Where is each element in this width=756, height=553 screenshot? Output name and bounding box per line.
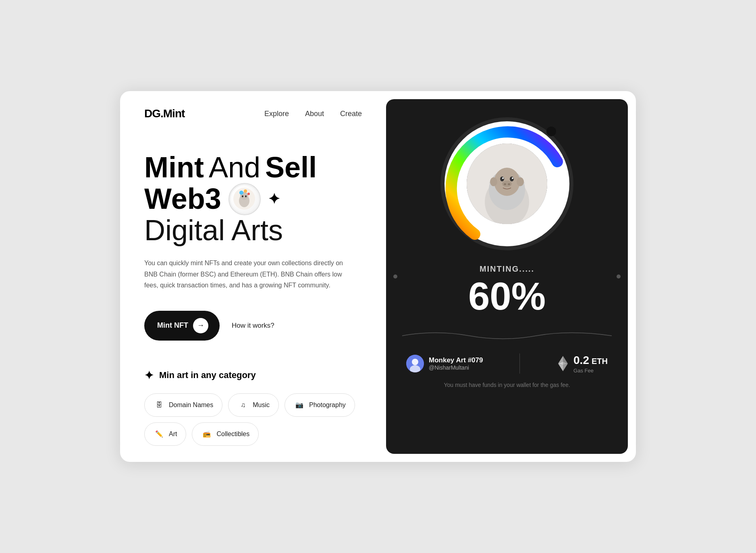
monkey-image <box>467 143 547 224</box>
collectibles-label: Collectibles <box>216 430 249 438</box>
how-it-works-button[interactable]: How it works? <box>232 322 274 330</box>
wave-divider <box>402 328 612 345</box>
svg-point-19 <box>502 181 512 187</box>
dot-right-mid <box>617 274 621 279</box>
dot-top <box>393 274 397 279</box>
svg-point-15 <box>500 177 504 181</box>
collectibles-icon: 📻 <box>201 428 212 440</box>
eth-info: 0.2 ETH Gas Fee <box>557 354 608 374</box>
nft-info: Monkey Art #079 @NisharMultani <box>406 355 483 372</box>
eth-amount-block: 0.2 ETH Gas Fee <box>573 354 608 374</box>
svg-point-4 <box>244 189 247 193</box>
nav-about[interactable]: About <box>305 110 324 118</box>
hero-digital-arts: Digital Arts <box>144 214 283 246</box>
hero-title: Mint And Sell Web3 <box>144 152 362 245</box>
star-decoration: ✦ <box>268 191 280 207</box>
nft-badge <box>228 183 261 215</box>
svg-point-6 <box>242 195 243 198</box>
pill-photography[interactable]: 📷 Photography <box>285 393 355 417</box>
left-dots <box>393 274 397 279</box>
minting-percent: 60% <box>468 277 546 316</box>
nft-avatar <box>406 355 424 372</box>
right-dot <box>617 274 621 279</box>
category-header: ✦ Min art in any category <box>144 369 362 382</box>
domain-names-icon: 🗄 <box>154 399 165 411</box>
art-label: Art <box>169 430 177 438</box>
hero-and: And <box>209 152 260 183</box>
art-icon: ✏️ <box>154 428 165 440</box>
nft-handle: @NisharMultani <box>429 364 483 371</box>
wave-svg <box>402 328 612 344</box>
categories-section: ✦ Min art in any category 🗄 Domain Names… <box>144 369 362 446</box>
svg-point-23 <box>517 177 524 186</box>
eth-unit: ETH <box>592 357 608 366</box>
left-panel: DG.Mint Explore About Create Mint And Se… <box>120 91 386 462</box>
nft-text-info: Monkey Art #079 @NisharMultani <box>429 356 483 371</box>
photography-label: Photography <box>309 401 346 409</box>
music-icon: ♫ <box>237 399 249 411</box>
pill-collectibles[interactable]: 📻 Collectibles <box>192 422 259 446</box>
pill-music[interactable]: ♫ Music <box>228 393 279 417</box>
hero-sell: Sell <box>265 152 317 183</box>
svg-point-20 <box>504 183 506 185</box>
ethereum-logo <box>557 357 569 370</box>
nav: DG.Mint Explore About Create <box>144 107 362 120</box>
pill-domain-names[interactable]: 🗄 Domain Names <box>144 393 222 417</box>
svg-point-17 <box>502 177 504 179</box>
wallet-note: You must have funds in your wallet for t… <box>444 382 570 388</box>
music-label: Music <box>253 401 270 409</box>
arrow-icon: → <box>197 321 204 330</box>
bottom-info: Monkey Art #079 @NisharMultani <box>402 353 612 374</box>
mint-nft-label: Mint NFT <box>157 321 188 330</box>
svg-point-7 <box>245 195 247 198</box>
nav-explore[interactable]: Explore <box>264 110 289 118</box>
ring-container <box>438 115 575 252</box>
svg-point-21 <box>508 183 510 185</box>
minting-label: MINTING..... <box>480 264 534 274</box>
nft-art-icon <box>233 188 255 210</box>
nav-create[interactable]: Create <box>340 110 362 118</box>
eth-logo-svg <box>558 356 568 371</box>
domain-names-label: Domain Names <box>169 401 213 409</box>
hero-description: You can quickly mint NFTs and create you… <box>144 258 354 291</box>
svg-point-5 <box>247 193 250 195</box>
arrow-circle: → <box>193 318 208 333</box>
photography-icon: 📷 <box>294 399 305 411</box>
gas-fee-label: Gas Fee <box>573 368 608 374</box>
hero-mint: Mint <box>144 152 204 183</box>
btn-row: Mint NFT → How it works? <box>144 311 362 341</box>
avatar-svg <box>406 355 424 372</box>
nft-badge-inner <box>231 185 259 213</box>
nft-name: Monkey Art #079 <box>429 356 483 364</box>
vertical-divider <box>519 353 520 374</box>
svg-point-16 <box>510 177 514 181</box>
monkey-art-svg <box>467 143 547 224</box>
category-header-label: Min art in any category <box>159 370 256 380</box>
svg-point-22 <box>490 177 497 186</box>
pill-art[interactable]: ✏️ Art <box>144 422 186 446</box>
hero-web3: Web3 <box>144 184 221 214</box>
svg-point-25 <box>412 359 418 365</box>
category-pills: 🗄 Domain Names ♫ Music 📷 Photography ✏️ … <box>144 393 362 446</box>
right-panel: MINTING..... 60% Monkey Art #079 <box>386 99 628 454</box>
svg-point-18 <box>512 177 513 179</box>
mint-nft-button[interactable]: Mint NFT → <box>144 311 220 341</box>
svg-point-3 <box>239 191 243 195</box>
eth-amount: 0.2 <box>573 354 589 367</box>
ring-endpoint-dot <box>546 127 556 136</box>
logo: DG.Mint <box>144 107 185 120</box>
category-star-icon: ✦ <box>144 369 154 382</box>
